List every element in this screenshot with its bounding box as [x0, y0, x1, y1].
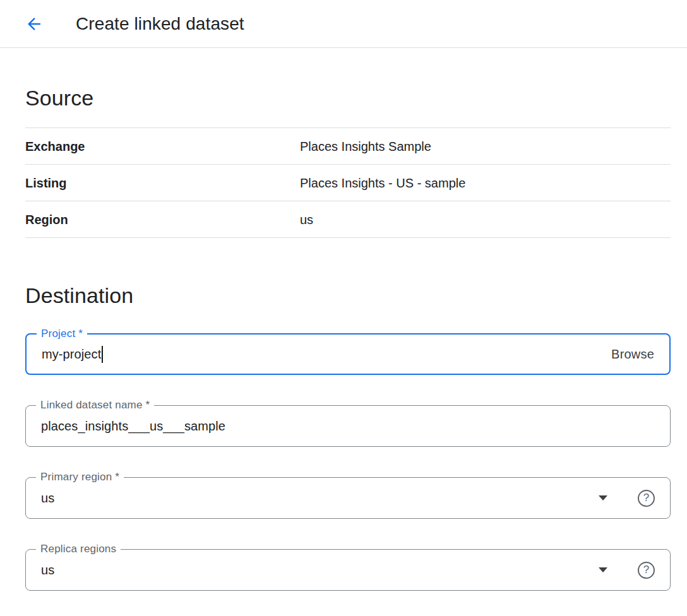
- row-label: Exchange: [25, 138, 300, 155]
- primary-region-select[interactable]: Primary region * us ?: [25, 477, 671, 519]
- row-value: us: [300, 211, 313, 228]
- table-row-exchange: Exchange Places Insights Sample: [25, 128, 671, 165]
- linked-dataset-name-field[interactable]: Linked dataset name * places_insights___…: [25, 405, 671, 447]
- row-value: Places Insights Sample: [300, 138, 431, 155]
- chevron-down-icon: [599, 495, 607, 500]
- row-label: Region: [25, 211, 300, 228]
- text-cursor: [102, 346, 103, 363]
- linked-dataset-name-label: Linked dataset name *: [36, 399, 154, 412]
- chevron-down-icon: [599, 567, 607, 572]
- row-label: Listing: [25, 175, 300, 191]
- page-title: Create linked dataset: [76, 14, 244, 34]
- destination-heading: Destination: [25, 283, 671, 308]
- project-field[interactable]: Project * my-project Browse: [25, 333, 671, 375]
- source-table: Exchange Places Insights Sample Listing …: [25, 127, 671, 238]
- back-button[interactable]: [20, 10, 48, 38]
- project-input-value[interactable]: my-project: [42, 347, 101, 362]
- main-content: Source Exchange Places Insights Sample L…: [0, 86, 687, 616]
- replica-regions-value: us: [41, 563, 54, 578]
- primary-region-label: Primary region *: [36, 471, 124, 483]
- primary-region-value: us: [41, 491, 54, 506]
- table-row-region: Region us: [25, 201, 671, 238]
- row-value: Places Insights - US - sample: [300, 175, 465, 191]
- help-icon[interactable]: ?: [638, 562, 655, 579]
- replica-regions-label: Replica regions: [36, 543, 121, 555]
- table-row-listing: Listing Places Insights - US - sample: [25, 165, 671, 201]
- browse-button[interactable]: Browse: [611, 347, 654, 362]
- replica-regions-select[interactable]: Replica regions us ?: [25, 549, 671, 591]
- arrow-back-icon: [25, 15, 44, 33]
- source-heading: Source: [25, 86, 671, 110]
- help-icon[interactable]: ?: [638, 490, 655, 507]
- header: Create linked dataset: [0, 0, 687, 48]
- linked-dataset-name-value[interactable]: places_insights___us___sample: [41, 419, 225, 434]
- project-field-label: Project *: [37, 328, 87, 340]
